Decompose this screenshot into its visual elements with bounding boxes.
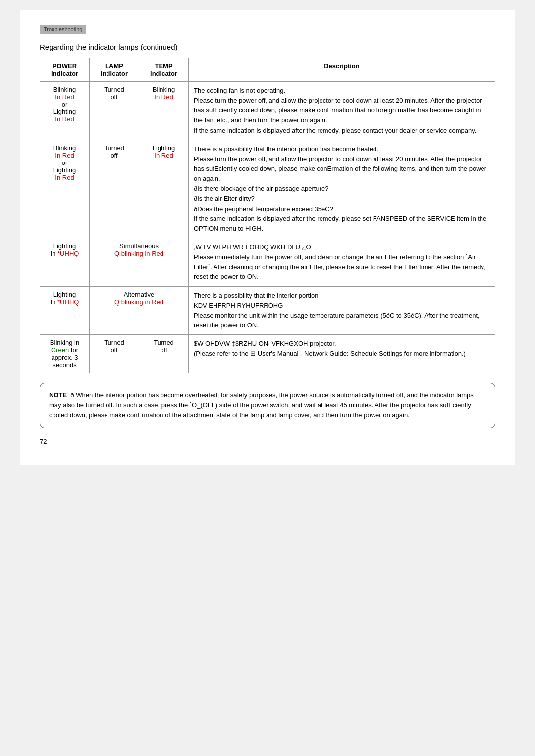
lamp-cell: Turnedoff [90,140,139,238]
header-temp: TEMPindicator [139,58,189,82]
red-text: Q blinking in Red [114,250,163,257]
note-box: NOTE ð When the interior portion has bec… [40,383,495,428]
note-text: When the interior portion has become ove… [49,391,474,419]
lamp-temp-cell: SimultaneousQ blinking in Red [90,238,189,286]
table-row: BlinkingIn RedorLightingIn Red Turnedoff… [40,140,495,238]
breadcrumb: Troubleshooting [40,25,86,34]
green-text: Green [51,346,69,354]
description-cell: $W OHDVW ‡3RZHU ON· VFKHGXOH projector. … [189,335,495,373]
indicator-table: POWERindicator LAMPindicator TEMPindicat… [40,58,495,373]
header-lamp: LAMPindicator [90,58,139,82]
red-text: In Red [55,115,74,123]
red-text: *UHHQ [57,298,79,306]
section-title: Regarding the indicator lamps (continued… [40,43,495,51]
lamp-cell: Turnedoff [90,335,139,373]
page: Troubleshooting Regarding the indicator … [20,10,515,465]
note-label: NOTE ð [49,391,74,399]
description-cell: There is a possibility that the interior… [189,286,495,335]
lamp-temp-cell: AlternativeQ blinking in Red [90,286,189,335]
power-cell: LightingIn *UHHQ [40,238,90,286]
header-description: Description [189,58,495,82]
power-cell: Blinking inGreen forapprox. 3seconds [40,335,90,373]
header-power: POWERindicator [40,58,90,82]
table-row: LightingIn *UHHQ AlternativeQ blinking i… [40,286,495,335]
power-cell: BlinkingIn RedorLightingIn Red [40,82,90,140]
lamp-cell: Turnedoff [90,82,139,140]
table-row: Blinking inGreen forapprox. 3seconds Tur… [40,335,495,373]
red-text: In Red [154,152,173,159]
description-cell: ,W LV WLPH WR FOHDQ WKH DLU ¿O Please im… [189,238,495,286]
power-cell: BlinkingIn RedorLightingIn Red [40,140,90,238]
table-row: LightingIn *UHHQ SimultaneousQ blinking … [40,238,495,286]
description-cell: The cooling fan is not operating. Please… [189,82,495,140]
temp-cell: BlinkingIn Red [139,82,189,140]
temp-cell: Turnedoff [139,335,189,373]
power-cell: LightingIn *UHHQ [40,286,90,335]
red-text: In Red [55,93,74,101]
red-text: In Red [55,174,74,181]
red-text: *UHHQ [57,250,79,257]
red-text: In Red [55,152,74,159]
table-row: BlinkingIn RedorLightingIn Red Turnedoff… [40,82,495,140]
temp-cell: LightingIn Red [139,140,189,238]
red-text: In Red [154,93,173,101]
description-cell: There is a possibility that the interior… [189,140,495,238]
red-text: Q blinking in Red [114,298,163,306]
page-number: 72 [40,438,495,445]
